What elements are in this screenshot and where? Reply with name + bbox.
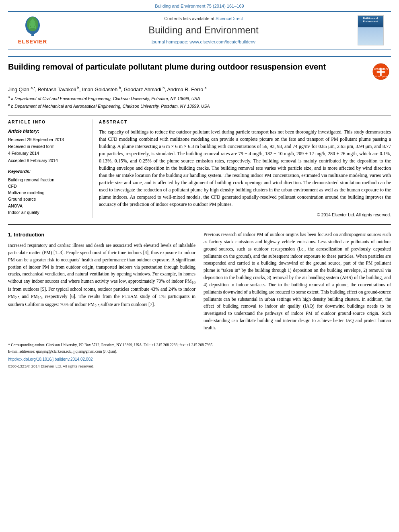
elsevier-tree-icon bbox=[21, 15, 45, 37]
keyword-1: CFD bbox=[8, 183, 86, 189]
body-left-col: 1. Introduction Increased respiratory an… bbox=[8, 231, 195, 335]
citation-text: Building and Environment 75 (2014) 161–1… bbox=[155, 4, 244, 8]
received-revised-date: 4 February 2014 bbox=[8, 150, 86, 156]
thumb-title: Building and Environment bbox=[363, 17, 378, 23]
doi-line[interactable]: http://dx.doi.org/10.1016/j.buildenv.201… bbox=[8, 357, 391, 363]
page-wrapper: Building and Environment 75 (2014) 161–1… bbox=[0, 0, 399, 369]
abstract-label: ABSTRACT bbox=[99, 119, 391, 125]
journal-title-main: Building and Environment bbox=[51, 23, 356, 37]
issn-line: 0360-1323/© 2014 Elsevier Ltd. All right… bbox=[8, 364, 391, 369]
sciencedirect-link[interactable]: ScienceDirect bbox=[216, 16, 243, 21]
doi-link[interactable]: http://dx.doi.org/10.1016/j.buildenv.201… bbox=[8, 357, 93, 362]
article-info-label: ARTICLE INFO bbox=[8, 119, 86, 125]
section-divider bbox=[8, 224, 391, 225]
elsevier-label: ELSEVIER bbox=[18, 38, 47, 46]
article-title-row: Building removal of particulate pollutan… bbox=[8, 62, 391, 82]
affiliation-b: b b Department of Mechanical and Aeronau… bbox=[8, 103, 391, 109]
thumb-box: Building and Environment bbox=[358, 15, 384, 45]
received-item: Received 29 September 2013 bbox=[8, 137, 86, 143]
affiliation-a: a a Department of Civil and Environmenta… bbox=[8, 95, 391, 102]
article-info-col: ARTICLE INFO Article history: Received 2… bbox=[8, 119, 93, 218]
footnote-corresponding: * Corresponding author. Clarkson Univers… bbox=[8, 343, 391, 348]
accepted-item: Accepted 8 February 2014 bbox=[8, 158, 86, 164]
keyword-0: Building removal fraction bbox=[8, 177, 86, 183]
history-title: Article history: bbox=[8, 128, 86, 135]
keywords-section: Keywords: Building removal fraction CFD … bbox=[8, 168, 86, 216]
keywords-title: Keywords: bbox=[8, 168, 86, 175]
journal-header: ELSEVIER Contents lists available at Sci… bbox=[8, 11, 391, 49]
authors-line: Jing Qian a,*, Behtash Tavakoli b, Iman … bbox=[8, 86, 391, 93]
intro-paragraph-2: Previous research of indoor PM of outdoo… bbox=[204, 231, 391, 331]
journal-center: Contents lists available at ScienceDirec… bbox=[51, 16, 356, 46]
elsevier-logo-area: ELSEVIER bbox=[14, 15, 51, 46]
two-col-section: ARTICLE INFO Article history: Received 2… bbox=[8, 115, 391, 218]
body-right-col: Previous research of indoor PM of outdoo… bbox=[204, 231, 391, 335]
crossmark-icon: CrossMark click for updates bbox=[372, 63, 389, 80]
article-section: Building removal of particulate pollutan… bbox=[8, 56, 391, 218]
svg-text:click for updates: click for updates bbox=[374, 75, 389, 78]
article-title: Building removal of particulate pollutan… bbox=[8, 62, 338, 72]
top-citation: Building and Environment 75 (2014) 161–1… bbox=[0, 0, 399, 11]
abstract-col: ABSTRACT The capacity of buildings to re… bbox=[93, 119, 391, 218]
journal-thumb: Building and Environment bbox=[356, 15, 385, 45]
keyword-4: ANOVA bbox=[8, 203, 86, 209]
footnote-section: * Corresponding author. Clarkson Univers… bbox=[8, 340, 391, 355]
footnote-email: E-mail addresses: qianjing@clarkson.edu,… bbox=[8, 349, 391, 354]
abstract-text: The capacity of buildings to reduce the … bbox=[99, 128, 391, 208]
body-two-col: 1. Introduction Increased respiratory an… bbox=[8, 231, 391, 335]
intro-heading: 1. Introduction bbox=[8, 231, 195, 239]
sciencedirect-line: Contents lists available at ScienceDirec… bbox=[51, 16, 356, 22]
received-revised-label: Received in revised form bbox=[8, 144, 86, 150]
keyword-5: Indoor air quality bbox=[8, 210, 86, 216]
keyword-2: Multizone modeling bbox=[8, 190, 86, 196]
keyword-3: Ground source bbox=[8, 196, 86, 202]
journal-homepage: journal homepage: www.elsevier.com/locat… bbox=[51, 39, 356, 45]
copyright-line: © 2014 Elsevier Ltd. All rights reserved… bbox=[99, 212, 391, 218]
intro-paragraph-1: Increased respiratory and cardiac illnes… bbox=[8, 242, 195, 309]
crossmark-badge: CrossMark click for updates bbox=[371, 62, 391, 82]
